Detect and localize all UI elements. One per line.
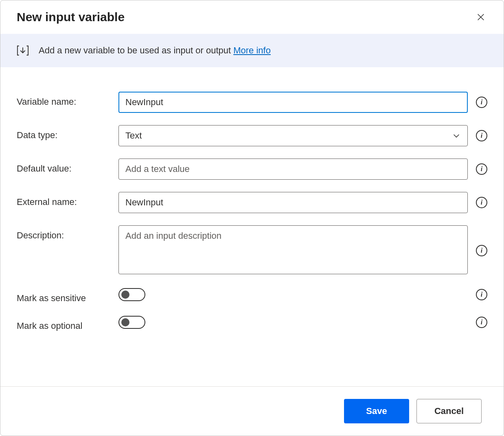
default-value-label: Default value: — [17, 159, 110, 174]
data-type-value: Text — [125, 130, 142, 141]
info-banner-text: Add a new variable to be used as input o… — [39, 45, 271, 56]
cancel-button[interactable]: Cancel — [416, 399, 482, 423]
close-button[interactable] — [474, 11, 487, 24]
info-icon[interactable]: i — [476, 130, 487, 141]
variable-name-input[interactable] — [118, 92, 468, 113]
toggle-knob — [121, 318, 129, 326]
input-variable-icon — [17, 44, 29, 57]
info-banner-text-content: Add a new variable to be used as input o… — [39, 45, 233, 55]
form-area: Variable name: i Data type: Text i Defau… — [0, 67, 504, 386]
info-icon[interactable]: i — [476, 289, 487, 300]
external-name-label: External name: — [17, 192, 110, 207]
info-icon[interactable]: i — [476, 97, 487, 108]
info-icon[interactable]: i — [476, 197, 487, 208]
mark-optional-label: Mark as optional — [17, 316, 110, 331]
dialog-title: New input variable — [17, 10, 125, 24]
external-name-input[interactable] — [118, 192, 468, 213]
default-value-input[interactable] — [118, 159, 468, 180]
mark-sensitive-label: Mark as sensitive — [17, 288, 110, 304]
data-type-label: Data type: — [17, 125, 110, 141]
info-icon[interactable]: i — [476, 245, 487, 256]
toggle-knob — [121, 291, 129, 299]
dialog-header: New input variable — [0, 0, 504, 34]
data-type-select[interactable]: Text — [118, 125, 468, 146]
dialog-footer: Save Cancel — [0, 386, 504, 436]
info-icon[interactable]: i — [476, 163, 487, 175]
description-label: Description: — [17, 225, 110, 241]
description-input[interactable] — [118, 225, 468, 274]
info-banner: Add a new variable to be used as input o… — [0, 34, 504, 67]
close-icon — [476, 13, 485, 22]
more-info-link[interactable]: More info — [233, 45, 271, 55]
mark-optional-toggle[interactable] — [118, 316, 145, 329]
info-icon[interactable]: i — [476, 317, 487, 328]
variable-name-label: Variable name: — [17, 92, 110, 107]
save-button[interactable]: Save — [344, 399, 409, 423]
chevron-down-icon — [452, 131, 461, 140]
mark-sensitive-toggle[interactable] — [118, 288, 145, 301]
